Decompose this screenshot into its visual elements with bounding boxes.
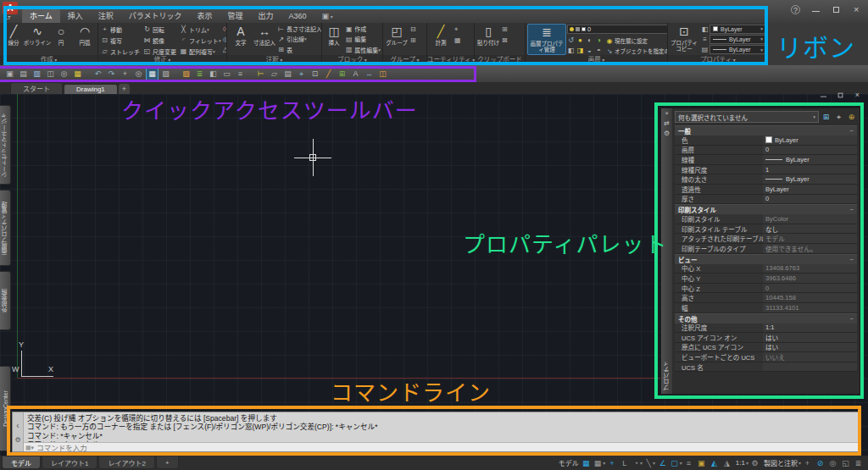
workspace-switch[interactable]: 製図と注釈 ▾ <box>763 457 801 468</box>
group-button[interactable]: ◰ グループ <box>385 24 409 55</box>
dimension-button[interactable]: ↔ 寸法記入 <box>253 24 276 55</box>
trim-button[interactable]: ╳ トリム ▾ <box>179 24 221 35</box>
property-value[interactable]: 13408.6763 <box>763 264 857 274</box>
tab-start[interactable]: スタート <box>10 82 63 94</box>
match-properties-button[interactable]: ⊡ プロパティコピー <box>670 24 698 55</box>
workspace-gear-icon[interactable]: ⚙ <box>750 457 761 468</box>
separator[interactable] <box>173 68 179 80</box>
property-value[interactable]: 10445.158 <box>763 293 857 302</box>
block-create-button[interactable]: ▣ 作成 <box>344 24 381 34</box>
tab-output[interactable]: 出力 <box>251 9 281 23</box>
tab-annotate[interactable]: 注釈 <box>91 9 121 23</box>
attribute-edit-button[interactable]: ▥ 属性編集 ▾ <box>344 45 381 55</box>
recent-commands-icon[interactable] <box>16 421 19 430</box>
property-value[interactable]: 使用できません。 <box>763 244 857 253</box>
autoscale-icon[interactable]: ◮ <box>722 457 733 468</box>
layer-select-dropdown[interactable]: 0 <box>567 25 667 34</box>
polyline-button[interactable]: ∿ ポリライン <box>25 24 49 55</box>
model-space-label[interactable]: モデル <box>558 457 580 468</box>
layer-tool-icon[interactable]: ◐ <box>585 36 594 46</box>
snap-icon[interactable]: ▦ ▾ <box>594 457 606 468</box>
property-value[interactable]: 0 <box>763 284 857 293</box>
area-icon[interactable]: ▱ <box>268 68 281 80</box>
linetype-dropdown[interactable]: ▤ ByLayer <box>700 45 766 55</box>
tab-insert[interactable]: 挿入 <box>60 9 91 23</box>
panel-footer-utility[interactable]: ユーティリティ <box>427 55 474 65</box>
quick-select-icon[interactable]: ⌖ <box>454 24 461 35</box>
stretch-button[interactable]: ▱ ストレッチ <box>100 46 140 55</box>
layer-tool-icon[interactable]: ◓ <box>594 46 604 55</box>
match-icon[interactable]: ⊡ <box>309 68 321 80</box>
text-icon[interactable]: A <box>349 68 362 80</box>
designcenter-tab[interactable]: DesignCenter <box>0 366 11 451</box>
palette-title-strip[interactable]: × ⇄ ⚙ プロパティ <box>661 108 672 394</box>
annotation-monitor-icon[interactable]: + <box>803 457 814 468</box>
dynamic-input-icon[interactable]: + <box>607 457 618 468</box>
tab-a360[interactable]: A360 <box>281 9 314 23</box>
panel-footer-draw[interactable]: 作成 <box>0 55 97 65</box>
overkill-icon[interactable]: △ <box>223 45 226 55</box>
dim-icon[interactable]: ↔ <box>363 68 376 80</box>
isodraft-icon[interactable]: ╲ ▾ <box>645 457 656 468</box>
layer-tool-icon[interactable]: ↺ <box>566 36 576 46</box>
layer-tool-icon[interactable]: ◧ <box>566 46 576 55</box>
property-value[interactable]: 0 <box>763 146 857 155</box>
layer-properties-button[interactable]: ≣ 画層プロパティ管理 <box>527 24 566 55</box>
property-value[interactable]: いいえ <box>763 352 857 362</box>
rotate-button[interactable]: ↻ 回転 <box>142 24 176 35</box>
move-to-layer-button[interactable]: ↘ オブジェクトを指定の画層に移動 <box>605 46 667 55</box>
panel-footer-layer[interactable]: 画層 <box>526 55 667 65</box>
set-current-layer-button[interactable]: ◉ 現在層に設定 <box>605 36 667 46</box>
quick-calc-icon[interactable]: ▦ <box>454 35 461 46</box>
leader-button[interactable]: ↗ 引出線 ▾ <box>276 34 321 44</box>
tab-model[interactable]: モデル <box>2 456 41 469</box>
selection-dropdown[interactable]: 何も選択されていません <box>675 111 819 123</box>
layer-tool-icon[interactable]: ◨ <box>576 46 585 55</box>
doc-close-button[interactable] <box>854 91 861 99</box>
tab-drawing1[interactable]: Drawing1 <box>64 84 118 94</box>
palette-autohide-icon[interactable]: ⇄ <box>664 119 670 127</box>
color-icon[interactable]: ◧ <box>207 68 220 80</box>
mirror-button[interactable]: ⋈ 鏡像 <box>142 35 176 46</box>
pickadd-toggle-icon[interactable]: ⊕ <box>846 112 857 123</box>
layer-tool-icon[interactable]: ◒ <box>585 46 594 55</box>
panel-footer-modify[interactable]: 修正 <box>98 55 226 65</box>
property-value[interactable]: ByLayer <box>763 155 857 164</box>
zoom-window-icon[interactable]: ▦ <box>146 68 159 80</box>
separator[interactable] <box>85 68 91 80</box>
property-value[interactable]: はい <box>763 343 857 352</box>
erase-icon[interactable]: ◊ <box>223 24 226 34</box>
linear-dimension-button[interactable]: ⊢ 長さ寸法記入 ▾ <box>276 24 321 34</box>
fillet-button[interactable]: ◜ フィレット ▾ <box>179 35 221 46</box>
lineweight-icon[interactable]: ≡ <box>684 457 695 468</box>
osnap-icon[interactable]: ▢ ▾ <box>670 457 682 468</box>
grid-icon[interactable]: ▦ <box>581 457 593 468</box>
properties-icon[interactable]: ▨ <box>180 68 192 80</box>
copy-clip-icon[interactable]: ⊞ <box>502 24 508 35</box>
undo-icon[interactable]: ↶ <box>92 68 104 80</box>
lineweight-icon[interactable]: ≡ <box>234 68 247 80</box>
group-edit-icon[interactable]: ⊞ <box>410 35 416 46</box>
sheet-set-manager-tab[interactable]: シートセットマネージャ <box>0 105 11 185</box>
text-button[interactable]: A 文字 <box>229 24 253 55</box>
customize-icon[interactable]: ≣ <box>854 457 865 468</box>
customize-command-icon[interactable] <box>14 435 20 444</box>
distance-icon[interactable]: ⊢ <box>254 68 267 80</box>
redo-icon[interactable]: ↷ <box>105 68 118 80</box>
table-icon[interactable]: ⊞ <box>336 68 348 80</box>
collapse-icon[interactable] <box>850 206 854 213</box>
featured-apps-icon[interactable] <box>314 9 341 23</box>
tab-parametric[interactable]: パラメトリック <box>121 9 190 23</box>
insert-button[interactable]: ◫ 挿入 <box>324 24 344 55</box>
select-objects-icon[interactable]: ⌖ <box>833 112 844 123</box>
window-close-button[interactable] <box>852 5 861 14</box>
ortho-icon[interactable]: L <box>620 457 631 468</box>
line-button[interactable]: ╱ 線分 <box>2 24 25 55</box>
section-header-general[interactable]: 一般 <box>675 125 857 135</box>
list-icon[interactable]: ▤ <box>281 68 294 80</box>
array-button[interactable]: ▦ 配列複写 ▾ <box>179 46 221 55</box>
palette-settings-icon[interactable]: ⚙ <box>664 130 670 137</box>
layer-properties-tab[interactable]: 画層プロパティ管理 <box>0 190 11 266</box>
panel-footer-group[interactable]: グループ <box>383 55 426 65</box>
property-value[interactable]: ByColor <box>763 214 857 224</box>
